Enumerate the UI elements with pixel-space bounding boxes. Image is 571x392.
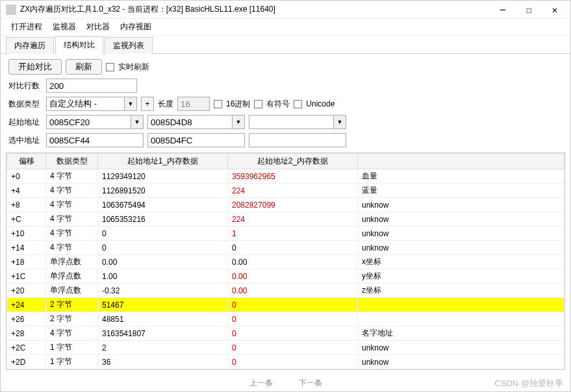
- rows-input[interactable]: [46, 79, 137, 93]
- footer: 上一条 下一条: [1, 375, 570, 391]
- cell-v2: 0.00: [228, 269, 358, 284]
- signed-checkbox[interactable]: [254, 100, 262, 108]
- table-row[interactable]: +284 字节31635418070名字地址: [7, 326, 565, 341]
- hex-label: 16进制: [226, 99, 250, 110]
- cell-dtype: 1 字节: [46, 369, 98, 371]
- rows-label: 对比行数: [8, 80, 42, 92]
- cell-offset: +20: [7, 284, 46, 298]
- data-table-wrap[interactable]: 偏移 数据类型 起始地址1_内存数据 起始地址2_内存数据 +04 字节1129…: [6, 153, 565, 370]
- addr3-combo[interactable]: ▼: [249, 115, 346, 129]
- cell-dtype: 单浮点数: [46, 284, 98, 298]
- window-title: ZX内存遍历对比工具1.0_x32 - 当前进程：[x32] BasicHLSL…: [20, 4, 492, 15]
- table-row[interactable]: +2D1 字节360unknow: [7, 355, 565, 369]
- tab-struct-compare[interactable]: 结构对比: [55, 36, 103, 54]
- table-row[interactable]: +04 字节11293491203593962965血量: [7, 169, 565, 184]
- table-row[interactable]: +C4 字节1065353216224unknow: [7, 212, 565, 227]
- tab-watch-list[interactable]: 监视列表: [105, 37, 153, 54]
- cell-dtype: 4 字节: [46, 169, 98, 184]
- cell-offset: +14: [7, 241, 46, 255]
- length-label: 长度: [158, 99, 173, 110]
- realtime-label: 实时刷新: [118, 62, 149, 73]
- dtype-input[interactable]: [46, 97, 124, 111]
- cell-offset: +24: [7, 298, 46, 312]
- cell-desc: y坐标: [358, 269, 565, 284]
- menu-compare[interactable]: 对比器: [86, 21, 110, 32]
- table-row[interactable]: +262 字节488510: [7, 312, 565, 326]
- chevron-down-icon[interactable]: ▼: [333, 115, 346, 129]
- tabs: 内存遍历 结构对比 监视列表: [1, 36, 570, 54]
- menu-monitor[interactable]: 监视器: [53, 21, 76, 32]
- addr1-combo[interactable]: ▼: [46, 115, 144, 129]
- cell-offset: +10: [7, 227, 46, 241]
- next-button[interactable]: 下一条: [299, 378, 322, 389]
- sel2-input[interactable]: [147, 133, 245, 147]
- cell-offset: +2D: [7, 355, 46, 369]
- hex-checkbox[interactable]: [214, 100, 222, 108]
- signed-label: 有符号: [266, 99, 290, 110]
- addr2-input[interactable]: [147, 115, 232, 129]
- table-row[interactable]: +44 字节1126891520224蓝量: [7, 184, 565, 198]
- col-dtype[interactable]: 数据类型: [46, 154, 98, 169]
- unicode-checkbox[interactable]: [294, 100, 302, 108]
- unicode-label: Unicode: [306, 99, 335, 108]
- cell-v1: 1129349120: [98, 169, 228, 184]
- chevron-down-icon[interactable]: ▼: [131, 115, 144, 129]
- cell-desc: unknow: [358, 241, 565, 255]
- col-data1[interactable]: 起始地址1_内存数据: [98, 154, 228, 169]
- watermark: CSDN @独爱秋季: [494, 378, 563, 389]
- menu-memview[interactable]: 内存视图: [120, 21, 151, 32]
- data-table: 偏移 数据类型 起始地址1_内存数据 起始地址2_内存数据 +04 字节1129…: [6, 153, 565, 370]
- sel3-input[interactable]: [249, 133, 346, 147]
- cell-offset: +18: [7, 255, 46, 269]
- tab-memory-traverse[interactable]: 内存遍历: [6, 37, 54, 54]
- menu-open-process[interactable]: 打开进程: [11, 21, 42, 32]
- dtype-combo[interactable]: ▼: [46, 97, 137, 111]
- table-row[interactable]: +242 字节514670: [7, 298, 565, 312]
- addr2-combo[interactable]: ▼: [147, 115, 245, 129]
- cell-v1: 36: [98, 355, 228, 369]
- cell-offset: +4: [7, 184, 46, 198]
- cell-desc: 蓝量: [358, 184, 565, 198]
- table-row[interactable]: +18单浮点数0.000.00x坐标: [7, 255, 565, 269]
- cell-desc: 血量: [358, 169, 565, 184]
- col-data2[interactable]: 起始地址2_内存数据: [228, 154, 358, 169]
- prev-button[interactable]: 上一条: [249, 378, 273, 389]
- cell-desc: z坐标: [358, 284, 565, 298]
- addr1-input[interactable]: [46, 115, 131, 129]
- refresh-button[interactable]: 刷新: [66, 59, 102, 75]
- cell-dtype: 4 字节: [46, 184, 98, 198]
- close-button[interactable]: ✕: [544, 3, 565, 17]
- table-row[interactable]: +2C1 字节20unknow: [7, 341, 565, 355]
- cell-v2: 0: [228, 298, 358, 312]
- toolbar: 开始对比 刷新 实时刷新 对比行数 数据类型 ▼ + 长度 16进制 有符号 U…: [1, 54, 570, 153]
- table-row[interactable]: +2E1 字节900unknow: [7, 369, 565, 371]
- sel1-input[interactable]: [46, 133, 144, 147]
- cell-offset: +26: [7, 312, 46, 326]
- table-row[interactable]: +144 字节00unknow: [7, 241, 565, 255]
- cell-offset: +28: [7, 326, 46, 341]
- cell-desc: unknow: [358, 198, 565, 212]
- cell-v1: 1126891520: [98, 184, 228, 198]
- realtime-checkbox[interactable]: [106, 63, 114, 71]
- table-row[interactable]: +20单浮点数-0.320.00z坐标: [7, 284, 565, 298]
- chevron-down-icon[interactable]: ▼: [232, 115, 245, 129]
- minimize-button[interactable]: ─: [492, 3, 513, 17]
- col-offset[interactable]: 偏移: [7, 154, 46, 169]
- table-row[interactable]: +1C单浮点数1.000.00y坐标: [7, 269, 565, 284]
- col-desc[interactable]: [358, 154, 565, 169]
- cell-v2: 224: [228, 212, 358, 227]
- maximize-button[interactable]: ☐: [518, 3, 539, 17]
- start-addr-label: 起始地址: [8, 117, 42, 128]
- cell-v1: 48851: [98, 312, 228, 326]
- menubar: 打开进程 监视器 对比器 内存视图: [1, 19, 570, 36]
- table-row[interactable]: +84 字节10636754942082827099unknow: [7, 198, 565, 212]
- start-compare-button[interactable]: 开始对比: [8, 59, 62, 75]
- cell-desc: unknow: [358, 341, 565, 355]
- table-row[interactable]: +104 字节01unknow: [7, 227, 565, 241]
- chevron-down-icon[interactable]: ▼: [124, 97, 137, 111]
- add-button[interactable]: +: [141, 97, 154, 111]
- sel-addr-label: 选中地址: [8, 135, 42, 146]
- cell-desc: 名字地址: [358, 326, 565, 341]
- addr3-input[interactable]: [249, 115, 333, 129]
- cell-v1: 3163541807: [98, 326, 228, 341]
